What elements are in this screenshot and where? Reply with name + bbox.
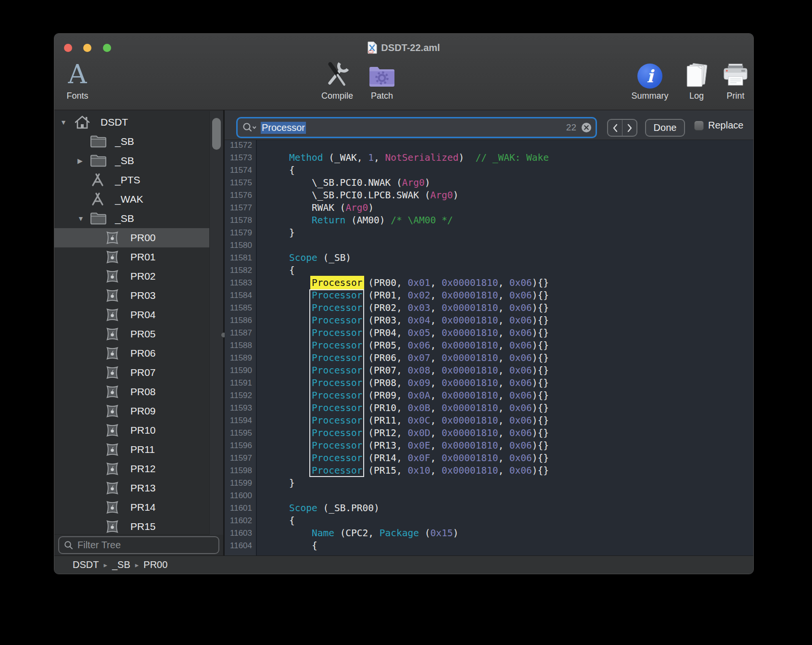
tree-item-pr04[interactable]: PR04: [54, 305, 209, 324]
find-previous-button[interactable]: [608, 120, 622, 136]
disclosure-triangle[interactable]: ▼: [60, 113, 67, 132]
tree-item-pr14[interactable]: PR14: [54, 498, 209, 517]
tree-item-label: PR11: [130, 440, 155, 459]
tree-item-pr12[interactable]: PR12: [54, 459, 209, 478]
filter-placeholder: Filter Tree: [77, 540, 121, 551]
tree-item-pr00[interactable]: PR00: [54, 228, 209, 247]
processor-icon: [105, 424, 119, 438]
tree-item-pr15[interactable]: PR15: [54, 517, 209, 535]
folder-icon: [90, 155, 107, 168]
tree-item-pr08[interactable]: PR08: [54, 382, 209, 401]
tree-item-dsdt[interactable]: ▼DSDT: [54, 113, 209, 132]
search-scope-icon[interactable]: [242, 122, 257, 133]
tree-item-pr11[interactable]: PR11: [54, 440, 209, 459]
tree-item-pr05[interactable]: PR05: [54, 324, 209, 344]
code-line: 11572: [225, 140, 754, 152]
breadcrumb-item-pr00[interactable]: PR00: [143, 559, 167, 570]
tree-item-sb-wak[interactable]: _WAK: [54, 190, 209, 209]
find-match: Processor: [312, 390, 363, 401]
processor-icon: [105, 462, 119, 476]
tree-item-label: PR09: [130, 401, 156, 421]
disclosure-triangle[interactable]: ▶: [77, 151, 83, 170]
tree-item-label: PR15: [130, 517, 156, 535]
code-line: 11592 Processor (PR09, 0x0A, 0x00001810,…: [225, 389, 754, 402]
line-number: 11581: [225, 252, 257, 264]
line-number: 11604: [225, 540, 257, 552]
patch-folder-icon: [368, 59, 396, 89]
home-icon: [75, 115, 90, 129]
line-number: 11576: [225, 189, 257, 202]
code-line: 11599 }: [225, 477, 754, 490]
filter-input[interactable]: Filter Tree: [58, 536, 219, 554]
tree-item-label: DSDT: [101, 113, 128, 132]
tree-item-label: PR06: [130, 344, 156, 363]
disclosure-triangle[interactable]: ▼: [77, 209, 84, 228]
search-field[interactable]: Processor 22: [236, 117, 597, 138]
tree-scrollbar[interactable]: [209, 111, 223, 535]
line-number: 11580: [225, 239, 257, 252]
find-bar: Processor 22 Done Replace: [225, 110, 754, 140]
tree-item-label: _PTS: [115, 170, 140, 190]
line-number: 11590: [225, 364, 257, 377]
tree-item-pr09[interactable]: PR09: [54, 401, 209, 421]
code-line: 11588 Processor (PR05, 0x06, 0x00001810,…: [225, 339, 754, 352]
processor-icon: [105, 231, 119, 245]
tree-item-sb-sb[interactable]: ▼_SB: [54, 209, 209, 228]
processor-icon: [105, 308, 119, 322]
tree-scrollbar-thumb[interactable]: [212, 118, 221, 150]
find-nav-segmented: [607, 119, 637, 137]
line-number: 11600: [225, 490, 257, 502]
code-line: 11600: [225, 490, 754, 502]
find-next-button[interactable]: [622, 120, 636, 136]
tree-item-pr01[interactable]: PR01: [54, 247, 209, 267]
tree-item-pr02[interactable]: PR02: [54, 267, 209, 286]
find-match: Processor: [312, 327, 363, 338]
fonts-icon: A: [68, 61, 87, 89]
tree-item-pr06[interactable]: PR06: [54, 344, 209, 363]
code-line: 11574 {: [225, 164, 754, 177]
line-number: 11588: [225, 339, 257, 352]
find-match: Processor: [312, 352, 363, 363]
tree-item-sb-sb[interactable]: _SB: [54, 132, 209, 151]
line-number: 11572: [225, 140, 257, 152]
method-icon: [90, 192, 105, 207]
tree-item-label: PR01: [130, 247, 156, 267]
find-match: Processor: [312, 365, 363, 376]
breadcrumb-item-sb[interactable]: _SB: [112, 559, 130, 570]
line-number: 11598: [225, 464, 257, 477]
tree-item-label: PR10: [130, 421, 156, 440]
tree-item-pr10[interactable]: PR10: [54, 421, 209, 440]
search-input-text[interactable]: Processor: [261, 122, 306, 134]
replace-checkbox[interactable]: [694, 121, 704, 130]
line-number: 11599: [225, 477, 257, 490]
line-number: 11593: [225, 402, 257, 414]
code-editor[interactable]: 1157211573 Method (_WAK, 1, NotSerialize…: [225, 140, 754, 555]
processor-icon: [105, 327, 119, 341]
tree-item-pr07[interactable]: PR07: [54, 363, 209, 382]
patch-button[interactable]: Patch: [355, 59, 408, 101]
line-number: 11591: [225, 377, 257, 389]
done-button[interactable]: Done: [645, 119, 685, 137]
filter-search-icon: [64, 541, 74, 550]
line-number: 11596: [225, 439, 257, 452]
code-line: 11595 Processor (PR12, 0x0D, 0x00001810,…: [225, 427, 754, 439]
tree-item-pr13[interactable]: PR13: [54, 478, 209, 498]
breadcrumb-separator: ▸: [103, 561, 107, 569]
chevron-right-icon: [627, 124, 633, 132]
line-number: 11585: [225, 302, 257, 314]
sidebar: ▼DSDT_SB▶_SB_PTS_WAK▼_SBPR00PR01PR02PR03…: [54, 110, 223, 555]
fonts-button[interactable]: A Fonts: [54, 59, 104, 101]
tree-item-label: PR04: [130, 305, 156, 324]
line-number: 11577: [225, 202, 257, 214]
code-line: 11575 \_SB.PCI0.NWAK (Arg0): [225, 177, 754, 189]
line-number: 11584: [225, 289, 257, 302]
tree-item-sb-sb[interactable]: ▶_SB: [54, 151, 209, 170]
breadcrumb-item-dsdt[interactable]: DSDT: [73, 559, 99, 570]
summary-button[interactable]: i Summary: [623, 59, 676, 101]
clear-search-button[interactable]: [581, 122, 592, 133]
tree-item-label: PR07: [130, 363, 156, 382]
tree-item-sb-pts[interactable]: _PTS: [54, 170, 209, 190]
tree-item-pr03[interactable]: PR03: [54, 286, 209, 305]
line-number: 11573: [225, 152, 257, 164]
print-button[interactable]: Print: [709, 59, 754, 101]
